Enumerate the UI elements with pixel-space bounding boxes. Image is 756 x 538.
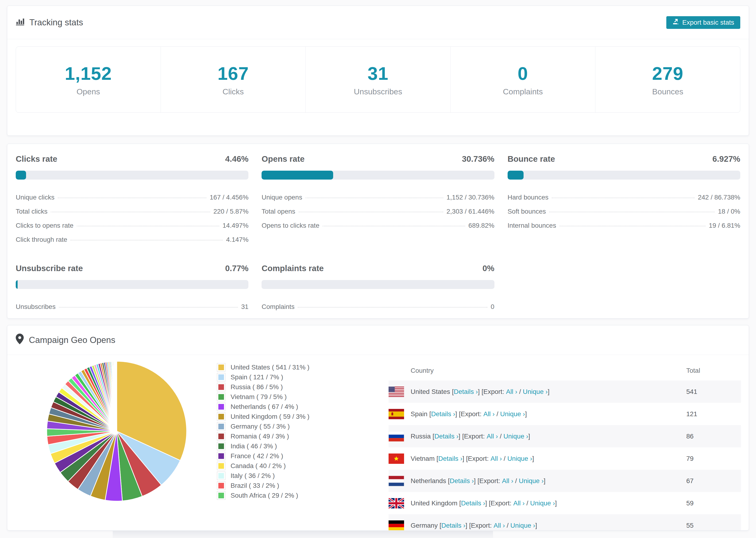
- rate-block-title: Unsubscribe rate: [16, 264, 83, 273]
- country-name: Germany: [411, 522, 438, 529]
- country-column-header: Country: [389, 367, 686, 374]
- summary-stat-label: Complaints: [503, 87, 543, 96]
- summary-stat-complaints: 0 Complaints: [450, 47, 595, 112]
- summary-stat-value: 0: [518, 63, 528, 84]
- legend-swatch: [217, 442, 225, 451]
- legend-item-united-kingdom: United Kingdom ( 59 / 3% ): [217, 412, 309, 422]
- total-cell: 79: [686, 455, 741, 462]
- export-unique-link[interactable]: Unique ›: [511, 522, 535, 529]
- rate-block-value: 0.77%: [225, 264, 248, 273]
- rate-block-header: Unsubscribe rate 0.77%: [16, 264, 248, 273]
- export-all-link[interactable]: All ›: [487, 433, 498, 440]
- details-link[interactable]: Details ›: [450, 477, 474, 485]
- rate-block-title: Bounce rate: [508, 154, 555, 164]
- legend-swatch: [217, 471, 225, 480]
- export-unique-link[interactable]: Unique ›: [500, 410, 525, 418]
- legend-item-russia: Russia ( 86 / 5% ): [217, 382, 309, 392]
- country-cell: Russia [Details ›] [Export: All › / Uniq…: [389, 431, 686, 442]
- rate-stat-label: Hard bounces: [508, 194, 549, 201]
- bar-chart-icon: [16, 17, 24, 28]
- rate-block-bounce-rate: Bounce rate 6.927% Hard bounces 242 / 86…: [508, 154, 740, 247]
- country-cell: United States [Details ›] [Export: All ›…: [389, 387, 686, 397]
- rates-card: Clicks rate 4.46% Unique clicks 167 / 4.…: [7, 144, 749, 319]
- rate-stat-row: Total opens 2,303 / 61.446%: [261, 204, 494, 219]
- rate-progress-fill: [16, 171, 26, 180]
- legend-swatch: [217, 412, 225, 421]
- export-basic-stats-button[interactable]: Export basic stats: [666, 16, 740, 29]
- rate-stat-value: 167 / 4.456%: [210, 194, 248, 201]
- total-cell: 55: [686, 522, 741, 529]
- legend-label: Brazil ( 33 / 2% ): [231, 482, 279, 489]
- export-unique-link[interactable]: Unique ›: [507, 455, 532, 462]
- legend-swatch: [217, 422, 225, 431]
- details-link[interactable]: Details ›: [454, 388, 478, 396]
- total-cell: 59: [686, 500, 741, 507]
- legend-item-india: India ( 46 / 3% ): [217, 441, 309, 451]
- rate-stat-value: 242 / 86.738%: [698, 194, 740, 201]
- export-icon: [673, 18, 679, 27]
- legend-label: Germany ( 55 / 3% ): [231, 423, 290, 430]
- rate-block-value: 4.46%: [225, 154, 248, 164]
- rate-progress-track: [261, 280, 494, 289]
- rate-stat-label: Internal bounces: [508, 222, 556, 229]
- details-link[interactable]: Details ›: [461, 500, 485, 507]
- export-unique-link[interactable]: Unique ›: [503, 433, 528, 440]
- rate-stat-row: Complaints 0: [261, 300, 494, 314]
- rate-rows: Unique clicks 167 / 4.456% Total clicks …: [16, 190, 248, 247]
- legend-label: Russia ( 86 / 5% ): [231, 383, 283, 391]
- page: Tracking stats Export basic stats 1,152 …: [0, 0, 756, 538]
- country-cell: Vietnam [Details ›] [Export: All › / Uni…: [389, 454, 686, 464]
- export-unique-link[interactable]: Unique ›: [519, 477, 544, 485]
- legend-label: Spain ( 121 / 7% ): [231, 373, 283, 381]
- rate-stat-value: 18 / 0%: [718, 208, 740, 215]
- export-all-link[interactable]: All ›: [513, 500, 524, 507]
- rate-stat-value: 2,303 / 61.446%: [447, 208, 495, 215]
- rate-stat-value: 31: [241, 303, 248, 310]
- details-link[interactable]: Details ›: [431, 410, 455, 418]
- dotted-leader: [51, 212, 210, 212]
- legend-label: United Kingdom ( 59 / 3% ): [231, 413, 309, 420]
- details-link[interactable]: Details ›: [441, 522, 465, 529]
- legend-item-south-africa: South Africa ( 29 / 2% ): [217, 491, 309, 501]
- legend-swatch: [217, 383, 225, 391]
- flag-vn-icon: [389, 454, 404, 464]
- rate-stat-row: Unique opens 1,152 / 30.736%: [261, 190, 494, 204]
- summary-stat-label: Bounces: [652, 87, 683, 96]
- rate-block-header: Complaints rate 0%: [261, 264, 494, 273]
- export-unique-link[interactable]: Unique ›: [530, 500, 555, 507]
- rate-stat-label: Complaints: [261, 303, 295, 310]
- export-unique-link[interactable]: Unique ›: [523, 388, 548, 396]
- summary-stat-value: 1,152: [65, 63, 112, 84]
- rate-stat-value: 19 / 6.81%: [709, 222, 740, 229]
- geo-title-text: Campaign Geo Opens: [29, 335, 115, 345]
- country-name: Russia: [411, 433, 431, 440]
- details-link[interactable]: Details ›: [438, 455, 462, 462]
- export-button-label: Export basic stats: [682, 19, 734, 26]
- rate-progress-fill: [261, 171, 333, 180]
- map-pin-icon: [16, 334, 24, 347]
- rate-stat-value: 0: [491, 303, 495, 310]
- country-cell: United Kingdom [Details ›] [Export: All …: [389, 498, 686, 509]
- geo-table-row-ru: Russia [Details ›] [Export: All › / Uniq…: [389, 425, 741, 447]
- rate-stat-value: 14.497%: [223, 222, 249, 229]
- rate-stat-label: Total opens: [261, 208, 295, 215]
- geo-table-row-es: Spain [Details ›] [Export: All › / Uniqu…: [389, 403, 741, 425]
- rate-stat-row: Hard bounces 242 / 86.738%: [508, 190, 740, 204]
- export-all-link[interactable]: All ›: [483, 410, 495, 418]
- details-link[interactable]: Details ›: [434, 433, 459, 440]
- country-cell: Germany [Details ›] [Export: All › / Uni…: [389, 520, 686, 531]
- rate-stat-row: Clicks to opens rate 14.497%: [16, 219, 248, 233]
- export-all-link[interactable]: All ›: [490, 455, 502, 462]
- flag-ru-icon: [389, 431, 404, 442]
- dotted-leader: [305, 198, 443, 198]
- rate-stat-value: 689.82%: [468, 222, 495, 229]
- export-all-link[interactable]: All ›: [506, 388, 517, 396]
- rate-block-header: Clicks rate 4.46%: [16, 154, 248, 164]
- export-all-link[interactable]: All ›: [502, 477, 513, 485]
- legend-item-germany: Germany ( 55 / 3% ): [217, 422, 309, 431]
- legend-item-spain: Spain ( 121 / 7% ): [217, 372, 309, 382]
- rate-stat-row: Unique clicks 167 / 4.456%: [16, 190, 248, 204]
- country-name: United Kingdom: [411, 500, 458, 507]
- rate-stat-label: Opens to clicks rate: [261, 222, 319, 229]
- export-all-link[interactable]: All ›: [494, 522, 505, 529]
